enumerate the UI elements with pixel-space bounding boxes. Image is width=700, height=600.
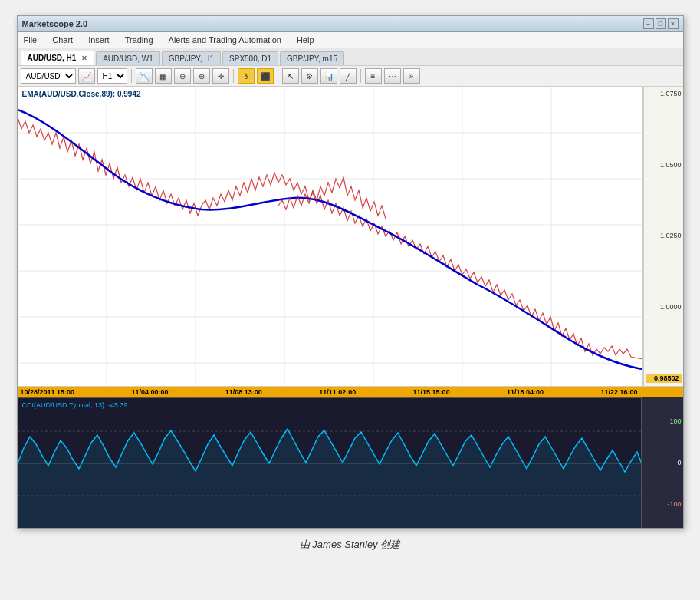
tab-gbpjpy-h1[interactable]: GBP/JPY, H1 bbox=[162, 51, 221, 65]
app-title: Marketscope 2.0 bbox=[22, 19, 88, 28]
menu-chart[interactable]: Chart bbox=[49, 34, 76, 46]
minimize-button[interactable]: － bbox=[643, 18, 654, 29]
toolbar: AUD/USD 📈 H1 📉 ▦ ⊖ ⊕ ✛ 🕯 ⬛ ↖ ⚙ 📊 ╱ ≡ ⋯ » bbox=[18, 66, 683, 87]
chart-type-btn[interactable]: 📈 bbox=[78, 68, 95, 84]
menu-trading[interactable]: Trading bbox=[122, 34, 156, 46]
time-label-2: 11/08 13:00 bbox=[225, 388, 262, 396]
restore-button[interactable]: □ bbox=[656, 18, 666, 29]
cci-row: CCI(AUD/USD.Typical, 13): -45.39 100 0 -… bbox=[18, 397, 683, 528]
tab-audusd-w1[interactable]: AUD/USD, W1 bbox=[96, 51, 160, 65]
time-label-6: 11/22 16:00 bbox=[600, 388, 637, 396]
toolbar-sep-4 bbox=[360, 69, 361, 83]
cci-price-axis: 100 0 -100 bbox=[641, 397, 683, 528]
trendline-btn[interactable]: ╱ bbox=[340, 68, 357, 84]
menu-alerts[interactable]: Alerts and Trading Automation bbox=[166, 34, 284, 46]
bar-chart-btn[interactable]: ▦ bbox=[155, 68, 172, 84]
app-window: Marketscope 2.0 － □ × File Chart Insert … bbox=[17, 15, 684, 529]
tab-audusd-h1[interactable]: AUD/USD, H1 ✕ bbox=[21, 51, 95, 65]
ema-label: EMA(AUD/USD.Close,89): 0.9942 bbox=[22, 90, 141, 98]
price-axis: 1.0750 1.0500 1.0250 1.0000 0.98502 bbox=[643, 87, 683, 386]
time-label-4: 11/15 15:00 bbox=[413, 388, 450, 396]
line-chart-btn[interactable]: 📉 bbox=[136, 68, 153, 84]
price-level-2: 1.0500 bbox=[646, 161, 682, 169]
cci-level-0: 0 bbox=[643, 459, 682, 466]
cursor-btn[interactable]: ↖ bbox=[282, 68, 299, 84]
zoom-in-btn[interactable]: ⊕ bbox=[193, 68, 210, 84]
tab-spx500-d1[interactable]: SPX500, D1 bbox=[222, 51, 278, 65]
toolbar-sep-1 bbox=[131, 69, 132, 83]
more-btn[interactable]: ⋯ bbox=[384, 68, 401, 84]
main-chart-row: EMA(AUD/USD.Close,89): 0.9942 bbox=[18, 87, 683, 386]
time-axis-inner: 10/28/2011 15:00 11/04 00:00 11/08 13:00… bbox=[18, 388, 641, 396]
page-caption: 由 James Stanley 创建 bbox=[291, 529, 410, 561]
tab-close-icon[interactable]: ✕ bbox=[81, 54, 87, 62]
title-bar: Marketscope 2.0 － □ × bbox=[18, 16, 683, 32]
cci-label: CCI(AUD/USD.Typical, 13): -45.39 bbox=[22, 401, 128, 409]
svg-rect-0 bbox=[18, 87, 642, 386]
zoom-out-btn[interactable]: ⊖ bbox=[174, 68, 191, 84]
cci-chart: CCI(AUD/USD.Typical, 13): -45.39 bbox=[18, 397, 641, 528]
price-chart-svg bbox=[18, 87, 642, 386]
crosshair-btn[interactable]: ✛ bbox=[212, 68, 229, 84]
indicator-btn[interactable]: 📊 bbox=[320, 68, 337, 84]
close-button[interactable]: × bbox=[668, 18, 679, 29]
orders-btn[interactable]: ≡ bbox=[365, 68, 382, 84]
tab-gbpjpy-m15[interactable]: GBP/JPY, m15 bbox=[280, 51, 344, 65]
menu-file[interactable]: File bbox=[21, 34, 41, 46]
settings-btn[interactable]: ⚙ bbox=[301, 68, 318, 84]
price-level-4: 1.0000 bbox=[646, 303, 682, 311]
symbol-select[interactable]: AUD/USD bbox=[21, 68, 76, 84]
menu-bar: File Chart Insert Trading Alerts and Tra… bbox=[18, 32, 683, 48]
window-controls: － □ × bbox=[643, 18, 679, 29]
cci-level-100: 100 bbox=[643, 417, 682, 425]
cci-chart-svg bbox=[18, 398, 641, 528]
time-label-3: 11/11 02:00 bbox=[319, 388, 356, 396]
tab-bar: AUD/USD, H1 ✕ AUD/USD, W1 GBP/JPY, H1 SP… bbox=[18, 48, 683, 66]
time-label-0: 10/28/2011 15:00 bbox=[21, 388, 75, 396]
toolbar-sep-3 bbox=[278, 69, 278, 83]
time-label-1: 11/04 00:00 bbox=[131, 388, 168, 396]
current-price-label: 0.98502 bbox=[646, 374, 682, 383]
time-axis: 10/28/2011 15:00 11/04 00:00 11/08 13:00… bbox=[18, 386, 683, 397]
template-btn[interactable]: ⬛ bbox=[257, 68, 274, 84]
price-level-3: 1.0250 bbox=[646, 232, 682, 239]
time-label-5: 11/18 04:00 bbox=[507, 388, 544, 396]
candle-btn[interactable]: 🕯 bbox=[238, 68, 255, 84]
menu-help[interactable]: Help bbox=[294, 34, 317, 46]
main-chart: EMA(AUD/USD.Close,89): 0.9942 bbox=[18, 87, 643, 386]
cci-level-neg100: -100 bbox=[643, 500, 682, 508]
price-level-1: 1.0750 bbox=[646, 90, 682, 97]
menu-insert[interactable]: Insert bbox=[85, 34, 113, 46]
toolbar-sep-2 bbox=[233, 69, 234, 83]
expand-btn[interactable]: » bbox=[403, 68, 420, 84]
timeframe-select[interactable]: H1 bbox=[97, 68, 127, 84]
